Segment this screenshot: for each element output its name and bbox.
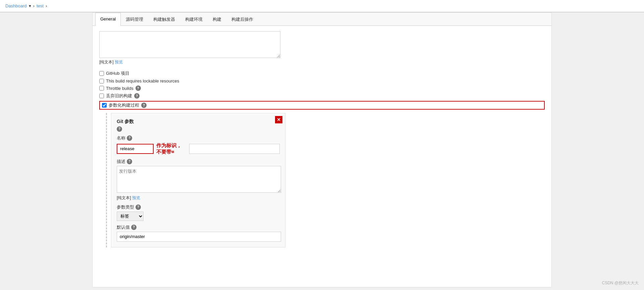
- discard-checkbox[interactable]: [99, 94, 104, 98]
- close-git-param-button[interactable]: ✕: [275, 116, 282, 123]
- tab-post[interactable]: 构建后操作: [226, 13, 258, 26]
- top-description-textarea[interactable]: [99, 31, 280, 58]
- top-plain-text-label: [纯文本]: [99, 60, 114, 64]
- annotation-input[interactable]: [189, 144, 280, 154]
- tab-env[interactable]: 构建环境: [180, 13, 208, 26]
- project-link[interactable]: test: [37, 3, 44, 8]
- name-input[interactable]: [117, 144, 154, 154]
- parameterized-checkbox[interactable]: [102, 103, 107, 108]
- param-type-help-icon[interactable]: ?: [136, 205, 141, 210]
- desc-field-group: 描述 ? [纯文本] 预览: [117, 159, 280, 201]
- tab-build[interactable]: 构建: [208, 13, 226, 26]
- breadcrumb: Dashboard ▾ › test ›: [0, 0, 644, 12]
- desc-preview-link[interactable]: 预览: [132, 195, 140, 200]
- top-plain-text-row: [纯文本] 预览: [99, 59, 545, 65]
- git-param-card: ✕ Git 参数 ? 名称 ? 作为标识，不要带¤: [111, 113, 285, 247]
- parameterized-help-icon[interactable]: ?: [141, 103, 147, 108]
- default-value-label: 默认值 ?: [117, 224, 280, 230]
- checkbox-lockable: This build requires lockable resources: [99, 78, 545, 83]
- default-value-input[interactable]: [117, 232, 281, 242]
- name-input-wrapper: 作为标识，不要带¤: [117, 142, 280, 155]
- desc-textarea[interactable]: [117, 166, 281, 193]
- throttle-checkbox[interactable]: [99, 86, 104, 91]
- git-param-title: Git 参数: [117, 119, 280, 125]
- tab-triggers[interactable]: 构建触发器: [148, 13, 180, 26]
- annotation-text: 作为标识，不要带¤: [156, 142, 186, 155]
- content-area: [纯文本] 预览 GitHub 项目 This build requires l…: [93, 26, 551, 253]
- discard-help-icon[interactable]: ?: [134, 93, 140, 99]
- desc-field-label: 描述 ?: [117, 159, 280, 165]
- checkboxes-section: GitHub 项目 This build requires lockable r…: [99, 70, 545, 110]
- param-type-label: 参数类型 ?: [117, 204, 280, 210]
- git-param-help-icon[interactable]: ?: [117, 126, 122, 132]
- desc-plain-text-row: [纯文本] 预览: [117, 195, 280, 201]
- name-field-label: 名称 ?: [117, 135, 280, 141]
- github-checkbox[interactable]: [99, 71, 104, 76]
- dashboard-link[interactable]: Dashboard: [5, 3, 27, 8]
- dropdown-arrow-icon: ▾: [29, 3, 31, 8]
- breadcrumb-sep2: ›: [46, 3, 47, 8]
- param-type-select[interactable]: 标签 分支 修订版本 标签或分支: [117, 212, 144, 221]
- watermark: CSDN @慈闲大大大: [602, 280, 639, 286]
- github-label[interactable]: GitHub 项目: [106, 70, 129, 76]
- checkbox-throttle: Throttle builds ?: [99, 85, 545, 91]
- desc-plain-text-label: [纯文本]: [117, 195, 131, 200]
- default-value-field-group: 默认值 ?: [117, 224, 280, 242]
- desc-help-icon[interactable]: ?: [127, 159, 132, 164]
- checkbox-github: GitHub 项目: [99, 70, 545, 76]
- name-help-icon[interactable]: ?: [127, 135, 132, 141]
- throttle-help-icon[interactable]: ?: [136, 85, 141, 91]
- discard-label[interactable]: 丢弃旧的构建: [106, 93, 132, 99]
- main-container: General 源码管理 构建触发器 构建环境 构建 构建后操作 [纯文本] 预…: [92, 12, 552, 287]
- lockable-label[interactable]: This build requires lockable resources: [106, 78, 179, 83]
- throttle-label[interactable]: Throttle builds: [106, 86, 133, 91]
- lockable-checkbox[interactable]: [99, 79, 104, 83]
- breadcrumb-sep1: ›: [33, 3, 35, 8]
- param-type-field-group: 参数类型 ? 标签 分支 修订版本 标签或分支: [117, 204, 280, 221]
- close-icon: ✕: [277, 117, 281, 122]
- tab-bar: General 源码管理 构建触发器 构建环境 构建 构建后操作: [93, 13, 551, 26]
- top-preview-link[interactable]: 预览: [115, 60, 123, 64]
- checkbox-parameterized: 参数化构建过程 ?: [99, 101, 545, 110]
- default-help-icon[interactable]: ?: [131, 225, 137, 230]
- tab-source[interactable]: 源码管理: [121, 13, 148, 26]
- param-section: ✕ Git 参数 ? 名称 ? 作为标识，不要带¤: [106, 113, 545, 247]
- tab-general[interactable]: General: [95, 13, 121, 26]
- name-field-group: 名称 ? 作为标识，不要带¤: [117, 135, 280, 155]
- checkbox-discard: 丢弃旧的构建 ?: [99, 93, 545, 99]
- parameterized-label[interactable]: 参数化构建过程: [109, 102, 139, 108]
